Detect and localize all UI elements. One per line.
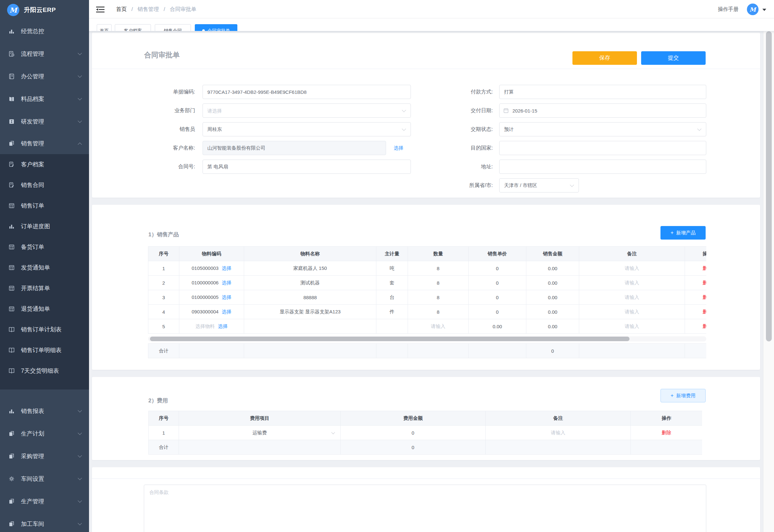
sidebar-item-sales-contract[interactable]: 销售合同 (0, 175, 89, 195)
chevron-down-icon (331, 430, 335, 434)
address-field[interactable] (499, 160, 706, 174)
sidebar-item-process-mgmt[interactable]: 流程管理 (0, 43, 89, 65)
cell-fee-item-select[interactable]: 运输费 (179, 426, 341, 440)
tab-contract-approval[interactable]: 合同审批单 (195, 24, 237, 31)
sidebar-item-rnd-mgmt[interactable]: 研发管理 (0, 110, 89, 133)
sidebar-item-processing-workshop[interactable]: 加工车间 (0, 513, 89, 532)
add-product-button[interactable]: +新增产品 (660, 226, 706, 240)
products-section-title: 1）销售产品 (148, 229, 179, 240)
contract-no-field[interactable] (203, 160, 411, 174)
submit-button[interactable]: 提交 (641, 51, 706, 65)
collapse-menu-icon[interactable] (96, 6, 104, 13)
sidebar-item-return-notice[interactable]: 退货通知单 (0, 299, 89, 319)
delete-row-link[interactable]: 删除 (703, 294, 707, 300)
sidebar-item-workshop-settings[interactable]: 车间设置 (0, 468, 89, 490)
sidebar-item-shipping-notice[interactable]: 发货通知单 (0, 257, 89, 278)
sidebar-item-invoice-settlement[interactable]: 开票结算单 (0, 278, 89, 299)
delete-row-link[interactable]: 删除 (703, 309, 707, 314)
sidebar-item-sales-order-plan[interactable]: 销售订单计划表 (0, 319, 89, 340)
col-no: 序号 (148, 247, 179, 261)
dest-country-field[interactable] (499, 141, 706, 155)
breadcrumb-home[interactable]: 首页 (116, 6, 127, 12)
chevron-down-icon (78, 498, 82, 503)
delete-row-link[interactable]: 删除 (703, 265, 707, 271)
customer-field[interactable] (203, 141, 386, 155)
table-icon (8, 202, 15, 209)
tab-customer-archives[interactable]: 客户档案 (115, 24, 151, 31)
sidebar-item-production-mgmt[interactable]: 生产管理 (0, 490, 89, 513)
fees-section-title: 2）费用 (148, 395, 168, 406)
sidebar-item-sales-order[interactable]: 销售订单 (0, 195, 89, 216)
cell-remark-input[interactable]: 请输入 (579, 319, 685, 334)
delivery-date-field[interactable] (499, 103, 706, 118)
sidebar-item-purchase-mgmt[interactable]: 采购管理 (0, 445, 89, 468)
table-icon (8, 306, 15, 312)
doc-code-field-wrap (203, 85, 411, 99)
tab-sales-contract[interactable]: 销售合同 (155, 24, 191, 31)
sidebar-item-customer-archives[interactable]: 客户档案 (0, 154, 89, 175)
col-actions: 操作 (631, 411, 702, 426)
sidebar-item-7day-delivery-detail[interactable]: 7天交货明细表 (0, 360, 89, 381)
chevron-down-icon (78, 408, 82, 412)
contract-terms-textarea[interactable] (144, 485, 706, 532)
cell-qty: 8 (408, 290, 469, 305)
dest-country-label: 目的国家: (390, 141, 493, 155)
sidebar-item-sales-mgmt[interactable]: 销售管理 (0, 133, 89, 154)
sidebar-item-production-plan[interactable]: 生产计划 (0, 422, 89, 445)
select-material-link[interactable]: 选择 (222, 265, 232, 271)
open-book-icon (8, 347, 15, 353)
avatar[interactable]: M (747, 4, 759, 15)
cell-name: 88888 (244, 290, 376, 305)
select-material-link[interactable]: 选择 (222, 309, 232, 314)
payment-field[interactable] (499, 85, 706, 99)
manual-link[interactable]: 操作手册 (718, 0, 739, 18)
delivery-status-label: 交期状态: (390, 122, 493, 136)
col-actions: 操作 (685, 247, 707, 261)
cell-remark-input[interactable]: 请输入 (579, 290, 685, 305)
add-fee-button[interactable]: +新增费用 (660, 389, 706, 402)
caret-down-icon[interactable] (762, 9, 766, 11)
delete-row-link[interactable]: 删除 (703, 323, 707, 329)
delivery-status-select[interactable] (499, 122, 706, 136)
cell-code: 0100000005选择 (179, 290, 244, 305)
cell-actions: 删除 (685, 261, 707, 276)
sidebar-item-business-overview[interactable]: 经营总控 (0, 20, 89, 43)
vertical-scrollbar (763, 31, 774, 532)
sidebar-submenu-sales: 客户档案 销售合同 销售订单 订单进度图 备货订单 (0, 154, 89, 389)
sidebar-item-stock-order[interactable]: 备货订单 (0, 237, 89, 257)
sidebar-item-sales-order-detail[interactable]: 销售订单明细表 (0, 340, 89, 360)
cell-remark-input[interactable]: 请输入 (579, 276, 685, 290)
doc-code-field[interactable] (203, 85, 411, 99)
province-select[interactable] (499, 178, 579, 192)
dest-country-field-wrap (499, 141, 706, 155)
chevron-down-icon (78, 74, 82, 78)
tab-home[interactable]: 首页 (97, 24, 112, 31)
cell-remark-input[interactable]: 请输入 (579, 305, 685, 319)
app-logo: M 升阳云ERP (0, 0, 89, 20)
cell-remark-input[interactable]: 请输入 (579, 261, 685, 276)
save-button[interactable]: 保存 (572, 51, 637, 65)
cell-code: 0105000003选择 (179, 261, 244, 276)
sidebar-item-material-archives[interactable]: 料品档案 (0, 88, 89, 110)
fees-total-row: 合计 0 (149, 440, 702, 455)
delete-row-link[interactable]: 删除 (662, 430, 671, 435)
cell-remark-input[interactable]: 请输入 (486, 426, 631, 440)
select-material-link[interactable]: 选择 (222, 280, 232, 285)
products-table-clip: 序号 物料编码 物料名称 主计量 数量 销售单价 销售金额 备注 操作 (148, 246, 706, 358)
salesman-select[interactable] (203, 122, 411, 136)
sidebar-item-sales-report[interactable]: 销售报表 (0, 400, 89, 422)
select-material-link[interactable]: 选择 (218, 323, 228, 329)
dev-square-icon (8, 118, 15, 125)
breadcrumb-separator: / (132, 6, 133, 12)
horizontal-scrollbar-thumb[interactable] (150, 337, 630, 341)
sidebar-item-order-progress[interactable]: 订单进度图 (0, 216, 89, 237)
department-select[interactable] (203, 103, 411, 118)
product-row: 5 选择物料选择 请输入 0.00 0.00 请输入 删除 (148, 319, 707, 334)
vertical-scrollbar-thumb[interactable] (766, 31, 772, 341)
delete-row-link[interactable]: 删除 (703, 280, 707, 285)
select-material-link[interactable]: 选择 (222, 294, 232, 300)
total-label-cell: 合计 (148, 344, 179, 358)
cell-fee-amount: 0 (341, 426, 486, 440)
sidebar-item-office-mgmt[interactable]: 办公管理 (0, 65, 89, 88)
cell-qty-input[interactable]: 请输入 (408, 319, 469, 334)
